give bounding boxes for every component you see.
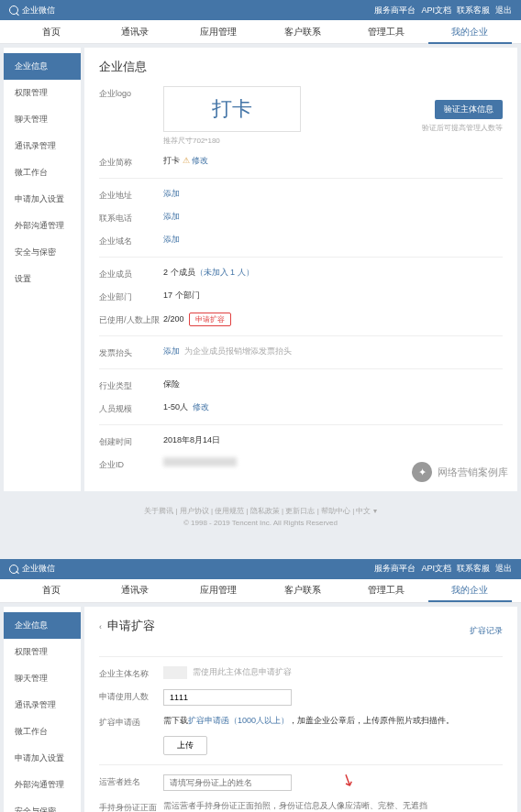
logo-label: 企业logo <box>99 86 163 100</box>
abbr-label: 企业简称 <box>99 155 163 169</box>
idfront-hint: 需运营者手持身份证正面拍照，身份证信息及人像应清晰、完整、无遮挡 <box>163 801 427 810</box>
sidebar-contacts-mgmt[interactable]: 通讯录管理 <box>4 692 81 719</box>
invoice-label: 发票抬头 <box>99 346 163 359</box>
abbr-change[interactable]: 修改 <box>192 156 208 165</box>
scale-label: 人员规模 <box>99 401 163 415</box>
count-input[interactable] <box>163 689 292 706</box>
upload-letter-button[interactable]: 上传 <box>163 736 207 755</box>
nav-apps[interactable]: 应用管理 <box>177 584 260 597</box>
sidebar-company-info[interactable]: 企业信息 <box>4 612 81 639</box>
sidebar-join[interactable]: 申请加入设置 <box>4 186 81 213</box>
nav-company[interactable]: 我的企业 <box>428 578 512 602</box>
sidebar-settings[interactable]: 设置 <box>4 266 81 292</box>
top-link-api[interactable]: API文档 <box>421 5 451 16</box>
sidebar-external[interactable]: 外部沟通管理 <box>4 772 81 798</box>
invoice-hint: 为企业成员报销增添发票抬头 <box>184 346 292 356</box>
depts-label: 企业部门 <box>99 290 163 303</box>
top-bar: 企业微信 服务商平台 API文档 联系客服 退出 <box>0 0 521 20</box>
nav-tools[interactable]: 管理工具 <box>344 584 427 597</box>
corpid-value <box>163 457 237 466</box>
sidebar-workbench[interactable]: 微工作台 <box>4 719 81 745</box>
footer: 关于腾讯 | 用户协议 | 使用规范 | 隐私政策 | 更新日志 | 帮助中心 … <box>0 495 521 541</box>
nav-home[interactable]: 首页 <box>9 26 93 38</box>
sidebar-contacts-mgmt[interactable]: 通讯录管理 <box>4 133 81 159</box>
corpid-label: 企业ID <box>99 457 163 471</box>
domain-label: 企业域名 <box>99 234 163 247</box>
depts-value: 17 个部门 <box>163 290 503 302</box>
idfront-label: 手持身份证正面 <box>99 800 163 812</box>
brand-text: 企业微信 <box>22 563 55 575</box>
subject-blur <box>163 666 187 679</box>
scale-value: 1-50人 <box>163 402 188 411</box>
main-nav-2: 首页 通讯录 应用管理 客户联系 管理工具 我的企业 <box>0 579 521 603</box>
sidebar-join[interactable]: 申请加入设置 <box>4 745 81 772</box>
members-label: 企业成员 <box>99 267 163 280</box>
sidebar-permissions[interactable]: 权限管理 <box>4 639 81 665</box>
footer-links[interactable]: 关于腾讯 | 用户协议 | 使用规范 | 隐私政策 | 更新日志 | 帮助中心 … <box>0 506 521 518</box>
logo-preview[interactable]: 打卡 <box>163 86 301 132</box>
nav-tools[interactable]: 管理工具 <box>344 26 427 38</box>
letter-link[interactable]: 扩容申请函（1000人以上） <box>188 716 289 725</box>
brand-text: 企业微信 <box>22 5 55 16</box>
nav-contacts[interactable]: 通讯录 <box>93 26 176 38</box>
records-link[interactable]: 扩容记录 <box>470 625 503 637</box>
scale-change[interactable]: 修改 <box>193 402 209 411</box>
watermark: ✦网络营销案例库 <box>412 462 508 482</box>
top-link-logout[interactable]: 退出 <box>495 5 512 16</box>
subject-label: 企业主体名称 <box>99 666 163 680</box>
industry-value: 保险 <box>163 379 503 390</box>
letter-label: 扩容申请函 <box>99 715 163 729</box>
addr-label: 企业地址 <box>99 188 163 202</box>
members-join[interactable]: （未加入 1 人） <box>195 268 254 277</box>
footer-copyright: © 1998 - 2019 Tencent Inc. All Rights Re… <box>0 518 521 530</box>
sidebar-chat[interactable]: 聊天管理 <box>4 665 81 692</box>
top-link-api[interactable]: API文档 <box>421 563 451 575</box>
limit-value: 2/200 <box>163 314 184 324</box>
back-icon[interactable]: ‹ <box>99 622 102 631</box>
phone-label: 联系电话 <box>99 211 163 225</box>
sidebar-security[interactable]: 安全与保密 <box>4 798 81 812</box>
top-link-sp[interactable]: 服务商平台 <box>374 5 416 16</box>
verify-button[interactable]: 验证主体信息 <box>435 100 503 119</box>
sidebar-workbench[interactable]: 微工作台 <box>4 159 81 186</box>
count-label: 申请使用人数 <box>99 689 163 703</box>
industry-label: 行业类型 <box>99 379 163 392</box>
sidebar-external[interactable]: 外部沟通管理 <box>4 213 81 239</box>
domain-add[interactable]: 添加 <box>163 234 503 246</box>
sidebar-permissions[interactable]: 权限管理 <box>4 80 81 106</box>
sidebar-2: 企业信息 权限管理 聊天管理 通讯录管理 微工作台 申请加入设置 外部沟通管理 … <box>4 607 81 812</box>
members-value: 2 个成员 <box>163 268 195 277</box>
brand-icon <box>9 5 18 15</box>
nav-home[interactable]: 首页 <box>9 584 93 597</box>
content: 企业信息 验证主体信息 验证后可提高管理人数等 企业logo 打卡 推荐尺寸70… <box>84 48 517 491</box>
abbr-value: 打卡 <box>163 156 180 165</box>
sidebar-chat[interactable]: 聊天管理 <box>4 106 81 133</box>
nav-customers[interactable]: 客户联系 <box>260 26 344 38</box>
limit-label: 已使用/人数上限 <box>99 313 163 326</box>
expand-button[interactable]: 申请扩容 <box>189 313 231 326</box>
letter-pre: 需下载 <box>163 716 188 725</box>
sidebar: 企业信息 权限管理 聊天管理 通讯录管理 微工作台 申请加入设置 外部沟通管理 … <box>4 48 81 491</box>
page-title: 企业信息 <box>99 59 503 75</box>
top-link-contact[interactable]: 联系客服 <box>457 5 490 16</box>
addr-add[interactable]: 添加 <box>163 188 503 200</box>
sidebar-security[interactable]: 安全与保密 <box>4 239 81 266</box>
top-link-logout[interactable]: 退出 <box>495 563 512 575</box>
nav-company[interactable]: 我的企业 <box>428 20 512 44</box>
main-nav: 首页 通讯录 应用管理 客户联系 管理工具 我的企业 <box>0 20 521 44</box>
phone-add[interactable]: 添加 <box>163 211 503 223</box>
logo-hint: 推荐尺寸702*180 <box>163 136 301 146</box>
nav-contacts[interactable]: 通讯录 <box>93 584 176 597</box>
verify-hint: 验证后可提高管理人数等 <box>422 123 503 133</box>
top-link-contact[interactable]: 联系客服 <box>457 563 490 575</box>
sidebar-company-info[interactable]: 企业信息 <box>4 53 81 80</box>
brand-icon <box>9 565 18 574</box>
subject-hint: 需使用此主体信息申请扩容 <box>193 667 292 676</box>
content-2: ‹申请扩容 扩容记录 企业主体名称需使用此主体信息申请扩容 申请使用人数 扩容申… <box>84 607 517 812</box>
operator-input[interactable] <box>163 774 292 791</box>
invoice-add[interactable]: 添加 <box>163 346 180 356</box>
nav-customers[interactable]: 客户联系 <box>260 584 344 597</box>
operator-label: 运营者姓名 <box>99 774 163 788</box>
nav-apps[interactable]: 应用管理 <box>177 26 260 38</box>
top-link-sp[interactable]: 服务商平台 <box>374 563 416 575</box>
